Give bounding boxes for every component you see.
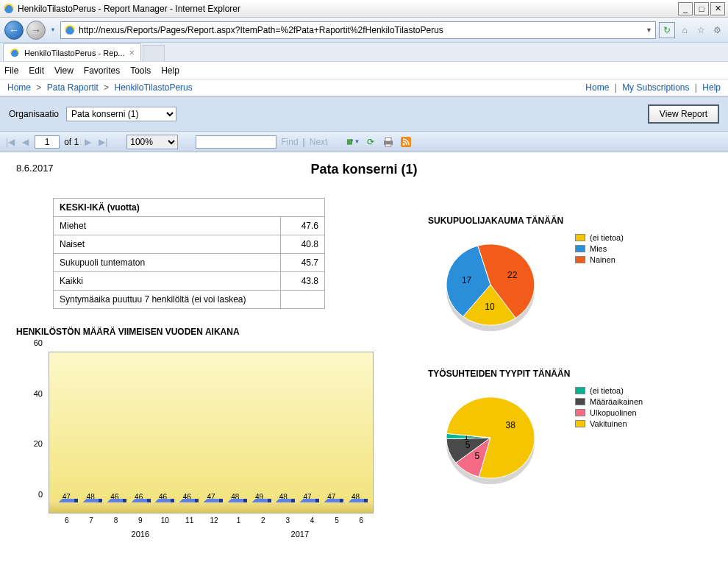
staff-bar-chart: 0204060 47 48 46 46 46 [21,344,374,536]
y-tick-label: 60 [34,338,43,347]
nav-history-dropdown[interactable]: ▼ [49,21,57,39]
report-body: 8.6.2017 Pata konserni (1) KESKI-IKÄ (vu… [0,152,728,550]
gender-pie-title: SUKUPUOLIJAKAUMA TÄNÄÄN [428,216,693,226]
gender-pie-chart: 101722 [428,233,553,344]
legend-item: Vakituinen [575,419,643,428]
menu-edit[interactable]: Edit [29,65,44,76]
window-titlebar: HenkiloTilastoPerus - Report Manager - I… [0,0,728,18]
x-tick-label: 3 [276,516,300,525]
bar-slot: 47 [55,493,78,502]
menu-help[interactable]: Help [161,65,179,76]
browser-menubar: File Edit View Favorites Tools Help [0,62,728,79]
nav-subscriptions-link[interactable]: My Subscriptions [622,82,689,93]
tab-close-icon[interactable]: × [129,47,135,58]
x-tick-label: 12 [201,516,226,525]
menu-favorites[interactable]: Favorites [84,65,120,76]
legend-label: Nainen [590,255,615,264]
bar-slot: 47 [200,493,223,502]
table-row: Miehet47.6 [54,217,325,235]
pie-slice-label: 22 [507,270,518,280]
x-tick-label: 10 [153,516,177,525]
maximize-button[interactable]: □ [694,2,709,15]
page-input[interactable] [35,135,60,149]
prev-page-button[interactable]: ◀ [21,137,30,147]
avg-age-header: KESKI-IKÄ (vuotta) [54,199,325,217]
contract-pie-title: TYÖSUHTEIDEN TYYPIT TÄNÄÄN [428,369,693,379]
favorites-icon[interactable]: ☆ [694,24,707,37]
forward-button[interactable]: → [26,21,46,40]
legend-label: (ei tietoa) [590,386,624,395]
next-page-button[interactable]: ▶ [83,137,93,147]
nav-help-link[interactable]: Help [702,82,721,93]
home-icon[interactable]: ⌂ [678,24,691,37]
staff-count-title: HENKILÖSTÖN MÄÄRÄ VIIMEISEN VUODEN AIKAN… [16,327,384,337]
menu-view[interactable]: View [54,65,74,76]
find-next-link[interactable]: Next [310,137,328,147]
svg-rect-6 [385,144,391,146]
new-tab-button[interactable] [143,45,165,61]
y-tick-label: 40 [34,389,43,398]
menu-tools[interactable]: Tools [130,65,151,76]
legend-item: Määräaikainen [575,397,643,406]
export-icon[interactable]: ▼ [346,135,360,149]
ie-icon [3,3,15,15]
page-of-label: of 1 [64,137,79,147]
refresh-icon[interactable]: ⟳ [364,135,377,149]
svg-point-8 [403,143,405,145]
first-page-button[interactable]: |◀ [4,137,16,147]
refresh-button[interactable]: ↻ [659,22,675,38]
x-tick-label: 2 [251,516,275,525]
legend-item: Ulkopuolinen [575,408,643,417]
breadcrumb-pata[interactable]: Pata Raportit [47,82,99,93]
tab-active[interactable]: HenkiloTilastoPerus - Rep... × [3,43,141,61]
back-button[interactable]: ← [4,21,24,40]
url-dropdown-icon[interactable]: ▼ [646,26,652,34]
bar-slot: 46 [176,493,199,502]
tab-favicon-icon [10,48,20,58]
table-row: Sukupuoli tuntematon45.7 [54,254,325,272]
breadcrumb-current[interactable]: HenkiloTilastoPerus [114,82,192,93]
x-tick-label: 11 [177,516,201,525]
legend-swatch [575,420,585,427]
pie-slice-label: 10 [485,302,495,312]
bar-slot: 46 [151,493,174,502]
find-input[interactable] [196,135,276,149]
report-toolbar: |◀ ◀ of 1 ▶ ▶| 100% Find | Next ▼ ⟳ [0,132,728,152]
address-bar[interactable]: ▼ [60,21,656,39]
pie-slice-label: 5 [475,451,480,461]
bar-slot: 49 [248,493,271,502]
x-tick-label: 6 [54,516,79,525]
browser-tabs: HenkiloTilastoPerus - Rep... × [0,43,728,62]
pie-slice-label: 17 [462,275,472,285]
bar-slot: 47 [296,493,319,502]
param-label-organisaatio: Organisaatio [9,109,59,119]
nav-home-link[interactable]: Home [585,82,609,93]
zoom-select[interactable]: 100% [126,135,178,149]
legend-swatch [575,256,585,263]
last-page-button[interactable]: ▶| [97,137,109,147]
param-organisaatio-select[interactable]: Pata konserni (1) [66,107,176,121]
y-tick-label: 0 [38,490,43,499]
nav-sep: | [695,82,697,93]
datafeed-icon[interactable] [399,135,413,149]
browser-navbar: ← → ▼ ▼ ↻ ⌂ ☆ ⚙ [0,18,728,43]
url-input[interactable] [79,25,646,35]
print-icon[interactable] [382,135,395,149]
avg-age-table: KESKI-IKÄ (vuotta) Miehet47.6 Naiset40.8… [53,198,325,309]
find-link[interactable]: Find [281,137,298,147]
breadcrumb-home[interactable]: Home [7,82,31,93]
x-year-2016: 2016 [54,530,226,538]
bar-slot: 48 [344,493,367,502]
close-button[interactable]: ✕ [710,2,725,15]
legend-label: Vakituinen [590,419,627,428]
minimize-button[interactable]: _ [678,2,693,15]
table-row: Naiset40.8 [54,235,325,254]
menu-file[interactable]: File [4,65,18,76]
settings-icon[interactable]: ⚙ [710,24,724,37]
x-tick-label: 6 [349,516,374,525]
nav-sep: | [615,82,617,93]
window-title: HenkiloTilastoPerus - Report Manager - I… [18,4,678,14]
view-report-button[interactable]: View Report [648,104,719,124]
pie-slice-label: 38 [505,420,515,430]
report-parameters: Organisaatio Pata konserni (1) View Repo… [0,96,728,132]
